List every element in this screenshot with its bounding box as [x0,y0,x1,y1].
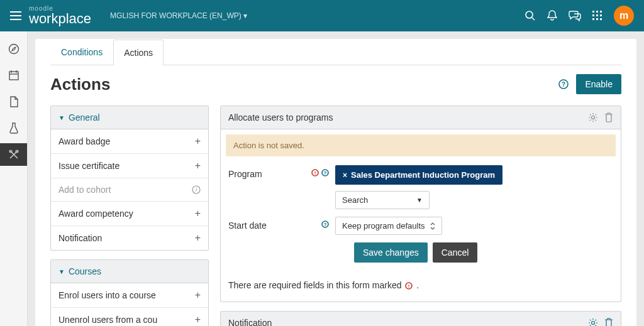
svg-rect-4 [600,11,602,13]
panel-row-award-competency[interactable]: Award competency + [51,202,208,226]
sidebar-item-dashboard[interactable] [0,38,27,60]
file-icon [9,96,19,107]
form-buttons: Save changes Cancel [354,242,613,263]
topbar-right: m [525,6,634,26]
svg-point-22 [592,116,595,119]
enable-button[interactable]: Enable [576,74,621,94]
program-chip[interactable]: × Sales Department Induction Program [335,165,502,185]
hamburger-icon [10,11,21,20]
tools-icon [8,149,19,160]
form: Program ! ? [221,161,621,274]
block-title: Allocate users to programs [228,112,333,122]
svg-point-11 [9,45,18,54]
sidebar-item-calendar[interactable] [0,64,27,87]
svg-rect-5 [592,14,594,16]
trash-icon[interactable] [604,318,613,326]
row-label: Unenrol users from a cou [58,315,157,325]
block-title: Notification [228,318,272,326]
plus-icon: + [195,160,201,171]
logo[interactable]: moodle workplace [29,6,91,26]
save-button[interactable]: Save changes [354,242,428,263]
plus-icon: + [195,314,201,325]
svg-rect-6 [596,14,598,16]
svg-text:i: i [196,187,197,193]
calendar-icon [8,70,19,81]
shell: Conditions Actions Actions ? Enable ▼ Ge… [0,31,644,326]
panel-title: General [69,112,100,122]
required-note: There are required fields in this form m… [221,274,621,302]
plus-icon: + [195,232,201,244]
page-title: Actions [50,75,110,94]
svg-rect-7 [600,14,602,16]
panel-courses: ▼ Courses Enrol users into a course + Un… [50,259,209,326]
svg-text:?: ? [324,222,327,227]
gear-icon[interactable] [588,318,598,326]
plus-icon: + [195,208,201,219]
svg-rect-10 [600,18,602,20]
svg-rect-9 [596,18,598,20]
required-icon: ! [405,282,413,290]
gear-icon[interactable] [588,112,598,122]
main: Conditions Actions Actions ? Enable ▼ Ge… [28,31,644,326]
help-icon[interactable]: ? [321,169,329,177]
caret-down-icon: ▼ [58,114,65,121]
info-icon: i [192,185,201,194]
label-program: Program ! ? [228,165,335,179]
grid-icon[interactable] [592,11,602,21]
plus-icon: + [195,136,201,147]
language-label: MGLISH FOR WORKPLACE (EN_WP) [110,11,242,20]
sidebar-item-files[interactable] [0,90,27,113]
row-label: Enrol users into a course [58,290,156,300]
panel-head-general[interactable]: ▼ General [51,106,208,129]
trash-icon[interactable] [604,112,613,122]
panel-row-issue-certificate[interactable]: Issue certificate + [51,154,208,178]
panel-general: ▼ General Award badge + Issue certificat… [50,106,209,251]
sidebar-item-lab[interactable] [0,117,27,139]
program-search-select[interactable]: Search ▼ [335,191,430,209]
row-label: Award competency [58,209,133,219]
help-icon[interactable]: ? [321,220,329,228]
left-col: ▼ General Award badge + Issue certificat… [50,106,209,326]
tab-actions[interactable]: Actions [113,40,164,65]
row-label: Award badge [58,136,110,146]
panel-row-award-badge[interactable]: Award badge + [51,129,208,154]
alert-unsaved: Action is not saved. [226,134,616,156]
page-head: Actions ? Enable [50,74,621,94]
panel-row-add-to-cohort[interactable]: Add to cohort i [51,178,208,202]
svg-text:!: ! [408,283,410,289]
svg-point-31 [592,322,595,325]
stepper-icon [430,222,435,230]
svg-rect-12 [9,72,18,80]
required-icon: ! [311,169,319,177]
logo-bottom: workplace [29,12,91,26]
panel-head-courses[interactable]: ▼ Courses [51,260,208,283]
sidebar-item-tools[interactable] [0,143,27,166]
cancel-button[interactable]: Cancel [433,242,478,263]
select-placeholder: Search [342,195,368,205]
form-row-startdate: Start date ? Keep program [228,217,613,235]
panel-row-enrol[interactable]: Enrol users into a course + [51,283,208,308]
language-selector[interactable]: MGLISH FOR WORKPLACE (EN_WP) ▾ [110,11,247,20]
svg-text:!: ! [314,170,316,176]
chip-remove-icon[interactable]: × [343,171,347,180]
startdate-select[interactable]: Keep program defaults [335,217,442,235]
select-value: Keep program defaults [342,221,425,231]
svg-rect-2 [592,11,594,13]
card: Conditions Actions Actions ? Enable ▼ Ge… [35,39,636,326]
panel-row-notification[interactable]: Notification + [51,226,208,250]
label-startdate: Start date ? [228,217,335,231]
search-icon[interactable] [525,10,536,21]
bell-icon[interactable] [547,10,557,21]
help-icon[interactable]: ? [558,79,569,89]
avatar[interactable]: m [614,6,634,26]
block-head-notification: Notification [221,312,621,326]
tab-conditions[interactable]: Conditions [50,39,113,65]
panel-row-unenrol[interactable]: Unenrol users from a cou + [51,308,208,326]
chevron-down-icon: ▾ [243,11,247,20]
plus-icon: + [195,290,201,301]
chat-icon[interactable] [569,10,581,21]
svg-point-0 [526,11,533,18]
avatar-letter: m [619,10,628,21]
row-label: Add to cohort [58,185,111,195]
menu-toggle-button[interactable] [10,11,21,20]
